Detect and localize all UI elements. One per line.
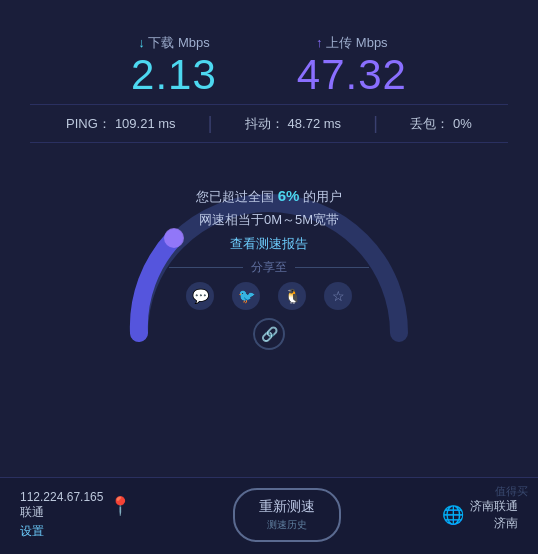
wechat-icon[interactable]: 💬 bbox=[186, 282, 214, 310]
ping-item: PING： 109.21 ms bbox=[66, 115, 176, 133]
speedometer-container: 您已超过全国 6% 的用户 网速相当于0M～5M宽带 查看测速报告 分享至 💬 … bbox=[109, 163, 429, 353]
ping-label: PING： bbox=[66, 115, 111, 133]
weibo-icon[interactable]: 🐦 bbox=[232, 282, 260, 310]
download-label: ↓ 下载 Mbps bbox=[131, 34, 217, 52]
location-icon: 📍 bbox=[109, 495, 131, 517]
isp-name: 联通 bbox=[20, 504, 103, 521]
favorite-icon[interactable]: ☆ bbox=[324, 282, 352, 310]
jitter-label: 抖动： bbox=[245, 115, 284, 133]
bottom-right: 🌐 济南联通 济南 bbox=[442, 498, 518, 532]
share-divider: 分享至 bbox=[169, 259, 369, 276]
retest-button-container[interactable]: 重新测速 测速历史 bbox=[233, 488, 341, 542]
social-icons: 💬 🐦 🐧 ☆ bbox=[169, 282, 369, 310]
center-line1: 您已超过全国 bbox=[196, 189, 274, 204]
center-text: 您已超过全国 6% 的用户 网速相当于0M～5M宽带 bbox=[169, 183, 369, 231]
server-group: 🌐 济南联通 济南 bbox=[442, 498, 518, 532]
qq-icon[interactable]: 🐧 bbox=[278, 282, 306, 310]
bottom-bar: 112.224.67.165 联通 📍 设置 重新测速 测速历史 🌐 济南联通 … bbox=[0, 477, 538, 554]
jitter-item: 抖动： 48.72 ms bbox=[245, 115, 341, 133]
jitter-value: 48.72 ms bbox=[288, 116, 341, 131]
loss-label: 丢包： bbox=[410, 115, 449, 133]
ip-group: 112.224.67.165 联通 📍 bbox=[20, 490, 131, 521]
watermark: 值得买 bbox=[495, 484, 528, 499]
center-line2: 网速相当于0M～5M宽带 bbox=[199, 212, 339, 227]
retest-label: 重新测速 bbox=[259, 498, 315, 516]
loss-item: 丢包： 0% bbox=[410, 115, 472, 133]
server-name: 济南联通 bbox=[470, 498, 518, 515]
ping-value: 109.21 ms bbox=[115, 116, 176, 131]
watermark-text: 值得买 bbox=[495, 484, 528, 499]
server-info: 济南联通 济南 bbox=[470, 498, 518, 532]
view-report-link[interactable]: 查看测速报告 bbox=[169, 235, 369, 253]
upload-value: 47.32 bbox=[297, 54, 407, 96]
speedometer-area: 您已超过全国 6% 的用户 网速相当于0M～5M宽带 查看测速报告 分享至 💬 … bbox=[0, 143, 538, 363]
copy-link-icon[interactable]: 🔗 bbox=[253, 318, 285, 350]
history-label: 测速历史 bbox=[267, 518, 307, 532]
retest-button[interactable]: 重新测速 测速历史 bbox=[233, 488, 341, 542]
center-percent: 6% bbox=[278, 187, 300, 204]
loss-value: 0% bbox=[453, 116, 472, 131]
settings-link[interactable]: 设置 bbox=[20, 523, 44, 540]
share-label: 分享至 bbox=[251, 259, 287, 276]
center-line1-suffix: 的用户 bbox=[303, 189, 342, 204]
bottom-left: 112.224.67.165 联通 📍 设置 bbox=[20, 490, 131, 540]
server-city: 济南 bbox=[470, 515, 518, 532]
ping-row: PING： 109.21 ms | 抖动： 48.72 ms | 丢包： 0% bbox=[30, 104, 508, 143]
bottom-left-info: 112.224.67.165 联通 bbox=[20, 490, 103, 521]
divider2: | bbox=[373, 113, 378, 134]
speedometer-center: 您已超过全国 6% 的用户 网速相当于0M～5M宽带 查看测速报告 分享至 💬 … bbox=[169, 183, 369, 350]
download-value: 2.13 bbox=[131, 54, 217, 96]
divider1: | bbox=[208, 113, 213, 134]
link-icon-container: 🔗 bbox=[169, 318, 369, 350]
download-stat: ↓ 下载 Mbps 2.13 bbox=[131, 34, 217, 96]
upload-stat: ↑ 上传 Mbps 47.32 bbox=[297, 34, 407, 96]
ip-address: 112.224.67.165 bbox=[20, 490, 103, 504]
upload-label: ↑ 上传 Mbps bbox=[297, 34, 407, 52]
server-icon: 🌐 bbox=[442, 504, 464, 526]
